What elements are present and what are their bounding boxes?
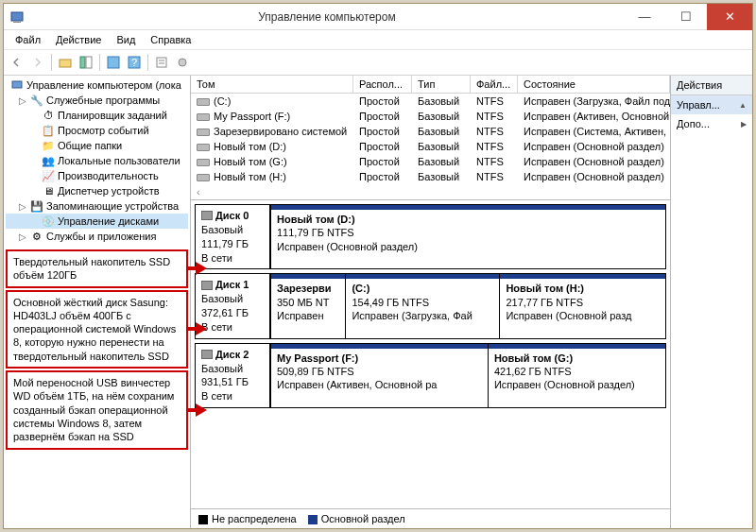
maximize-button[interactable]: ☐ xyxy=(665,4,707,30)
chevron-up-icon: ▲ xyxy=(739,101,747,110)
tree-item[interactable]: 📁Общие папки xyxy=(6,138,188,153)
menu-file[interactable]: Файл xyxy=(9,32,46,47)
annotation-hdd: Основной жёсткий диск Sasung: HD403LJ об… xyxy=(6,290,188,369)
partition[interactable]: (C:)154,49 ГБ NTFSИсправен (Загрузка, Фа… xyxy=(345,274,499,337)
col-fs[interactable]: Файл... xyxy=(471,76,518,93)
refresh-button[interactable] xyxy=(104,53,123,72)
disks-area: Диск 0Базовый111,79 ГБВ сетиНовый том (D… xyxy=(191,200,670,508)
tree-item-label: Службы и приложения xyxy=(46,231,156,242)
content: Управление компьютером (лока ▷🔧Служебные… xyxy=(4,76,752,528)
center-pane: Том Распол... Тип Файл... Состояние (C:)… xyxy=(191,76,671,528)
actions-title: Действия xyxy=(671,76,752,95)
col-volume[interactable]: Том xyxy=(191,76,353,93)
tree-item-label: Диспетчер устройств xyxy=(58,185,160,197)
volume-row[interactable]: Новый том (H:)ПростойБазовыйNTFSИсправен… xyxy=(191,169,670,184)
col-layout[interactable]: Распол... xyxy=(353,76,412,93)
expand-icon[interactable]: ▷ xyxy=(17,95,27,106)
svg-rect-0 xyxy=(11,12,23,21)
col-state[interactable]: Состояние xyxy=(518,76,670,93)
volume-row[interactable]: (C:)ПростойБазовыйNTFSИсправен (Загрузка… xyxy=(191,94,670,109)
col-type[interactable]: Тип xyxy=(412,76,471,93)
settings-button[interactable] xyxy=(173,53,192,72)
properties-button[interactable] xyxy=(152,53,171,72)
tree-node-icon: 💾 xyxy=(30,199,43,213)
legend: Не распределена Основной раздел xyxy=(191,508,670,528)
svg-rect-8 xyxy=(157,58,166,67)
tree-item-label: Служебные программы xyxy=(46,94,160,106)
tree-item[interactable]: ⏱Планировщик заданий xyxy=(6,108,188,123)
partition[interactable]: My Passport (F:)509,89 ГБ NTFSИсправен (… xyxy=(270,344,488,407)
svg-rect-4 xyxy=(86,57,92,68)
layout-button[interactable] xyxy=(77,53,95,72)
chevron-right-icon: ▶ xyxy=(741,120,747,129)
annotation-ssd: Твердотельный накопитель SSD объём 120ГБ xyxy=(6,249,188,288)
tree-node-icon: 👥 xyxy=(42,154,55,167)
action-more[interactable]: Допо...▶ xyxy=(671,114,752,133)
partition[interactable]: Новый том (G:)421,62 ГБ NTFSИсправен (Ос… xyxy=(488,344,665,407)
tree-item-label: Производительность xyxy=(58,170,159,181)
volume-table: Том Распол... Тип Файл... Состояние (C:)… xyxy=(191,76,670,200)
disk-block: Диск 0Базовый111,79 ГБВ сетиНовый том (D… xyxy=(195,204,666,269)
tree-item[interactable]: ▷💾Запоминающие устройства xyxy=(6,198,188,214)
volume-row[interactable]: Новый том (D:)ПростойБазовыйNTFSИсправен… xyxy=(191,139,670,154)
partition[interactable]: Зарезерви350 МБ NTИсправен xyxy=(270,274,345,337)
computer-icon xyxy=(10,78,24,92)
close-button[interactable]: ✕ xyxy=(707,4,752,30)
partition[interactable]: Новый том (D:)111,79 ГБ NTFSИсправен (Ос… xyxy=(270,205,665,268)
volume-row[interactable]: Новый том (G:)ПростойБазовыйNTFSИсправен… xyxy=(191,154,670,169)
disk-icon xyxy=(201,211,213,220)
folder-button[interactable] xyxy=(56,53,75,72)
menu-view[interactable]: Вид xyxy=(111,32,141,47)
disk-block: Диск 1Базовый372,61 ГБВ сетиЗарезерви350… xyxy=(195,273,666,338)
forward-button[interactable] xyxy=(28,53,47,72)
tree: Управление компьютером (лока ▷🔧Служебные… xyxy=(4,76,190,246)
disk-info[interactable]: Диск 2Базовый931,51 ГБВ сети xyxy=(195,343,270,408)
app-icon xyxy=(9,9,25,25)
scroll-left-icon[interactable]: ‹ xyxy=(191,184,670,199)
menu-action[interactable]: Действие xyxy=(50,32,107,47)
drive-icon xyxy=(197,98,210,106)
legend-unallocated: Не распределена xyxy=(198,513,297,524)
arrow-icon xyxy=(196,262,207,275)
disk-icon xyxy=(201,281,213,290)
disk-partitions: Зарезерви350 МБ NTИсправен(C:)154,49 ГБ … xyxy=(270,273,666,338)
tree-node-icon: 🖥 xyxy=(42,184,55,197)
tree-item[interactable]: 📋Просмотр событий xyxy=(6,123,188,138)
menubar: Файл Действие Вид Справка xyxy=(4,30,752,50)
tree-pane: Управление компьютером (лока ▷🔧Служебные… xyxy=(4,76,191,528)
svg-rect-3 xyxy=(80,57,85,68)
svg-rect-12 xyxy=(12,81,22,88)
expand-icon[interactable]: ▷ xyxy=(17,201,27,212)
partition[interactable]: Новый том (H:)217,77 ГБ NTFSИсправен (Ос… xyxy=(499,274,665,337)
volume-row[interactable]: Зарезервировано системойПростойБазовыйNT… xyxy=(191,124,670,139)
tree-root-item[interactable]: Управление компьютером (лока xyxy=(6,77,188,93)
tree-item[interactable]: ▷⚙Службы и приложения xyxy=(6,229,188,244)
back-button[interactable] xyxy=(8,53,26,72)
disk-icon xyxy=(201,350,213,359)
help-button[interactable]: ? xyxy=(125,53,144,72)
tree-item[interactable]: 🖥Диспетчер устройств xyxy=(6,183,188,198)
tree-node-icon: 📋 xyxy=(42,124,55,137)
disk-info[interactable]: Диск 0Базовый111,79 ГБВ сети xyxy=(195,204,270,269)
menu-help[interactable]: Справка xyxy=(145,32,197,47)
tree-item[interactable]: 💿Управление дисками xyxy=(6,214,188,229)
svg-rect-1 xyxy=(13,22,21,23)
svg-rect-2 xyxy=(60,60,71,67)
tree-node-icon: 💿 xyxy=(42,215,55,228)
tree-item-label: Просмотр событий xyxy=(58,125,149,136)
tree-item[interactable]: ▷🔧Служебные программы xyxy=(6,93,188,108)
arrow-icon xyxy=(196,322,207,335)
action-manage[interactable]: Управл...▲ xyxy=(671,95,752,114)
volume-header: Том Распол... Тип Файл... Состояние xyxy=(191,76,670,94)
minimize-button[interactable]: — xyxy=(624,4,665,30)
tree-node-icon: ⚙ xyxy=(30,230,43,243)
tree-item[interactable]: 👥Локальные пользователи xyxy=(6,153,188,168)
tree-node-icon: ⏱ xyxy=(42,109,55,122)
tree-node-icon: 🔧 xyxy=(30,94,43,107)
expand-icon[interactable]: ▷ xyxy=(17,232,27,242)
volume-row[interactable]: My Passport (F:)ПростойБазовыйNTFSИсправ… xyxy=(191,109,670,124)
tree-item-label: Управление дисками xyxy=(58,215,159,227)
toolbar: ? xyxy=(4,50,752,76)
drive-icon xyxy=(197,144,210,151)
tree-item[interactable]: 📈Производительность xyxy=(6,168,188,183)
